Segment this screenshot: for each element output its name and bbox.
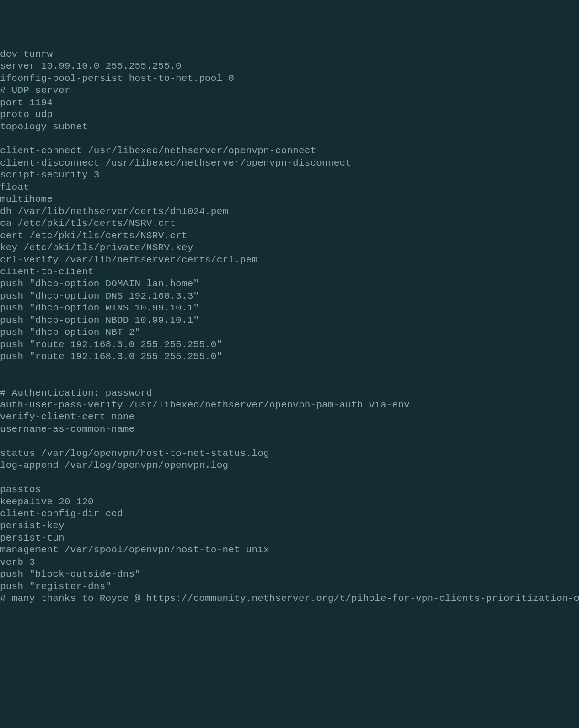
config-file-content: dev tunrw server 10.99.10.0 255.255.255.… <box>0 48 579 605</box>
